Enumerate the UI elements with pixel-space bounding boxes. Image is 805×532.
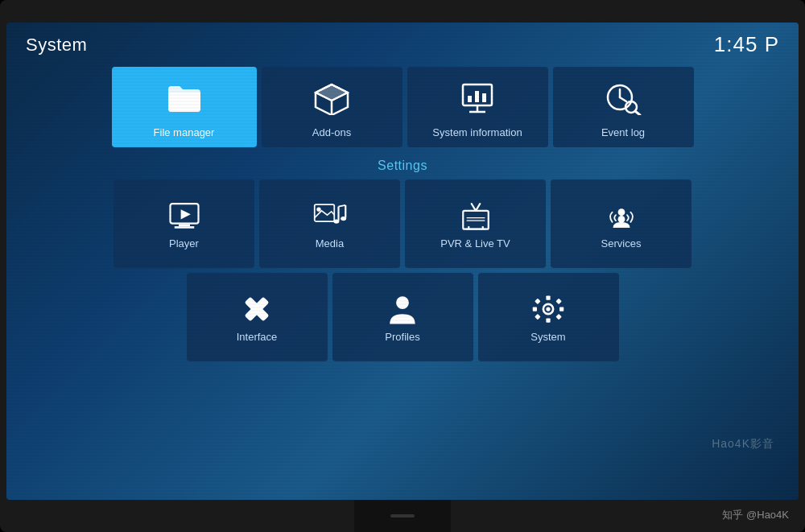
svg-point-21 bbox=[316, 207, 320, 211]
svg-point-35 bbox=[617, 216, 625, 223]
add-ons-label: Add-ons bbox=[312, 126, 351, 139]
svg-line-28 bbox=[471, 204, 475, 211]
file-manager-label: File manager bbox=[154, 126, 215, 139]
svg-rect-44 bbox=[533, 307, 537, 311]
file-manager-icon bbox=[165, 76, 204, 120]
top-tiles-row: File manager Add-ons bbox=[6, 64, 799, 154]
svg-rect-27 bbox=[463, 210, 489, 229]
event-log-icon bbox=[604, 76, 642, 120]
tile-file-manager[interactable]: File manager bbox=[112, 67, 257, 147]
tile-add-ons[interactable]: Add-ons bbox=[262, 67, 402, 147]
system-settings-icon bbox=[531, 294, 565, 324]
svg-point-39 bbox=[396, 296, 409, 309]
watermark: Hao4K影音 bbox=[712, 437, 774, 452]
svg-rect-46 bbox=[535, 298, 540, 303]
media-icon bbox=[313, 200, 347, 231]
svg-rect-43 bbox=[546, 318, 550, 322]
screen: System 1:45 P File manager bbox=[6, 23, 799, 500]
svg-line-23 bbox=[338, 204, 345, 206]
svg-point-25 bbox=[333, 219, 339, 223]
svg-point-36 bbox=[617, 208, 625, 216]
tv-frame: System 1:45 P File manager bbox=[0, 0, 805, 532]
pvr-live-tv-icon bbox=[459, 200, 493, 231]
svg-rect-42 bbox=[546, 295, 550, 299]
system-information-icon bbox=[458, 76, 497, 120]
svg-line-29 bbox=[476, 204, 480, 211]
svg-point-26 bbox=[341, 216, 346, 220]
player-label: Player bbox=[169, 237, 199, 250]
svg-point-41 bbox=[546, 307, 550, 311]
tile-services[interactable]: Services bbox=[551, 179, 691, 268]
svg-rect-7 bbox=[475, 91, 479, 102]
tile-system[interactable]: System bbox=[478, 273, 619, 361]
svg-rect-8 bbox=[482, 93, 486, 102]
svg-rect-18 bbox=[179, 224, 190, 226]
svg-marker-1 bbox=[316, 85, 348, 101]
tile-interface[interactable]: Interface bbox=[187, 273, 328, 361]
tile-profiles[interactable]: Profiles bbox=[332, 273, 473, 361]
tile-system-information[interactable]: System information bbox=[407, 67, 548, 147]
profiles-label: Profiles bbox=[385, 331, 419, 343]
system-information-label: System information bbox=[432, 126, 522, 139]
settings-row-1: Player bbox=[26, 179, 779, 268]
header: System 1:45 P bbox=[6, 23, 799, 64]
tile-event-log[interactable]: Event log bbox=[553, 67, 694, 147]
clock: 1:45 P bbox=[714, 32, 779, 57]
svg-rect-45 bbox=[559, 307, 564, 311]
event-log-label: Event log bbox=[601, 126, 645, 139]
svg-marker-17 bbox=[180, 209, 190, 219]
add-ons-icon bbox=[312, 76, 351, 120]
settings-header: Settings bbox=[26, 154, 779, 179]
interface-label: Interface bbox=[237, 331, 278, 343]
media-label: Media bbox=[316, 237, 344, 250]
svg-rect-48 bbox=[535, 313, 540, 319]
pvr-live-tv-label: PVR & Live TV bbox=[440, 237, 510, 250]
svg-rect-19 bbox=[174, 226, 194, 229]
tile-media[interactable]: Media bbox=[259, 179, 400, 268]
tile-pvr-live-tv[interactable]: PVR & Live TV bbox=[405, 179, 546, 268]
interface-icon bbox=[240, 294, 274, 324]
profiles-icon bbox=[386, 294, 419, 324]
svg-rect-49 bbox=[555, 313, 561, 319]
system-label: System bbox=[530, 331, 565, 343]
svg-line-13 bbox=[620, 97, 626, 101]
page-title: System bbox=[26, 35, 87, 56]
services-label: Services bbox=[601, 237, 642, 250]
svg-line-15 bbox=[635, 111, 640, 115]
services-icon bbox=[605, 200, 638, 231]
tv-stand bbox=[354, 500, 451, 532]
tv-stand-dot bbox=[390, 514, 415, 518]
settings-section: Settings Player bbox=[6, 154, 799, 361]
svg-rect-47 bbox=[555, 298, 561, 303]
brand-watermark: 知乎 @Hao4K bbox=[722, 508, 789, 522]
player-icon bbox=[167, 200, 201, 231]
settings-row-2: Interface Profiles bbox=[26, 273, 779, 361]
tile-player[interactable]: Player bbox=[114, 179, 254, 268]
svg-rect-6 bbox=[468, 96, 472, 102]
